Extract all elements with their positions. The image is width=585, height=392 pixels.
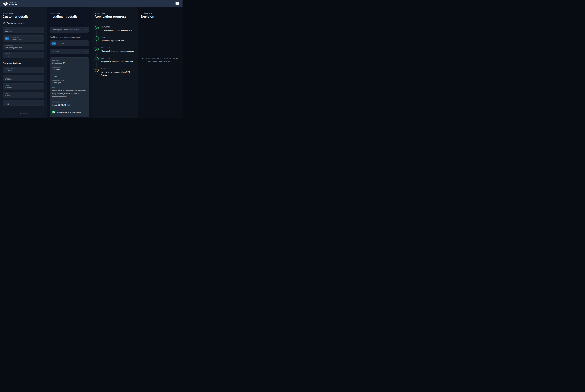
downpayment-question: Would you like to add a downpayment? bbox=[50, 36, 89, 38]
step-status: IN PROCESS bbox=[100, 68, 135, 70]
building-name-field[interactable]: Building name/ No. 452455442 bbox=[2, 67, 44, 73]
province-value: DT4535533 bbox=[4, 86, 42, 88]
email-field[interactable]: Email address Cartikasari@gmail.com bbox=[2, 44, 44, 50]
step-text: Prospect has completed their application bbox=[100, 60, 136, 63]
company-address-heading: Company Address bbox=[2, 62, 44, 64]
phone-number-field[interactable]: +62 Phone number 082146123355 bbox=[2, 36, 44, 42]
postcode-value: 80711 bbox=[4, 103, 42, 105]
downpayment-amount-value: 12.200.000 bbox=[58, 42, 67, 44]
section-3-eyebrow: Section 3 of 4 bbox=[94, 12, 135, 14]
whatsapp-icon bbox=[52, 110, 55, 114]
currency-badge: IDR bbox=[51, 42, 56, 45]
section-decision: Section 4 of 4 Decision Details within t… bbox=[138, 7, 182, 118]
progress-timeline: COMPLETED Personal details entered and a… bbox=[94, 26, 135, 76]
in-process-circle-icon bbox=[94, 68, 99, 72]
down-payment-label: DOWN PAYMENT bbox=[52, 80, 86, 82]
check-circle-icon bbox=[94, 26, 99, 30]
avatar[interactable] bbox=[3, 1, 8, 6]
step-text: Whatsapp link has been sent to customer bbox=[100, 50, 136, 52]
checkbox-checked-icon[interactable] bbox=[2, 22, 5, 24]
step-status: COMPLETED bbox=[100, 26, 135, 28]
section-installment-details: Section 2 of 4 Installment details Clear… bbox=[47, 7, 92, 118]
repayable-label: REPAYABLE bbox=[52, 60, 86, 61]
product-dropdown[interactable]: Clear Aligner, Clear Correct Invisibl... bbox=[50, 27, 89, 32]
progress-step: COMPLETED Personal details entered and a… bbox=[94, 26, 135, 36]
installments-label: INSTALLMENTS bbox=[52, 66, 86, 68]
region-value: DT4535533 bbox=[4, 95, 42, 97]
section-application-progress: Section 3 of 4 Application progress COMP… bbox=[92, 7, 138, 118]
whatsapp-status-text: Whatsapp link sent successfully! bbox=[57, 111, 81, 113]
section-2-eyebrow: Section 2 of 4 bbox=[50, 12, 89, 14]
npwp-id-field[interactable]: NPWP ID 4164644 bbox=[2, 52, 44, 58]
legal-name-value: Cartika Sari bbox=[4, 30, 42, 32]
street-name-field[interactable]: Street name DT4535533 bbox=[2, 75, 44, 81]
term-dropdown-value: 6 months bbox=[52, 51, 84, 53]
product-dropdown-value: Clear Aligner, Clear Correct Invisibl... bbox=[52, 29, 84, 31]
street-name-value: DT4535533 bbox=[4, 78, 42, 80]
phone-label: Phone number bbox=[11, 36, 22, 38]
step-text: Personal details entered and approved bbox=[100, 29, 136, 32]
npwp-label: NPWP ID bbox=[4, 53, 42, 55]
apr-value: 1.5% bbox=[52, 75, 86, 78]
street-name-label: Street name bbox=[4, 76, 42, 78]
postcode-label: Postcode bbox=[4, 101, 42, 102]
phone-value: 082146123355 bbox=[11, 38, 22, 40]
section-3-title: Application progress bbox=[94, 15, 135, 18]
top-bar: Logged in as: Rafika Sari bbox=[0, 0, 182, 7]
province-label: Province bbox=[4, 84, 42, 86]
building-name-label: Building name/ No. bbox=[4, 68, 42, 69]
progress-step: COMPLETED Loan details agreed with user bbox=[94, 36, 135, 47]
section-1-eyebrow: Section 1 of 4 bbox=[2, 12, 44, 14]
postcode-field[interactable]: Postcode 80711 bbox=[2, 100, 44, 106]
repayable-value: 13.200.000 IDR bbox=[52, 62, 86, 64]
legal-name-label: Legal name bbox=[4, 28, 42, 30]
email-label: Email address bbox=[4, 45, 42, 46]
step-status: COMPLETED bbox=[100, 36, 135, 38]
section-customer-details: Section 1 of 4 Customer details This is … bbox=[0, 7, 46, 118]
new-customer-label: This is a new customer bbox=[6, 22, 25, 24]
progress-step: COMPLETED Prospect has completed their a… bbox=[94, 57, 135, 68]
npwp-value: 4164644 bbox=[4, 55, 42, 57]
edit-details-button[interactable]: Edit details bbox=[2, 110, 44, 117]
section-4-eyebrow: Section 4 of 4 bbox=[141, 12, 180, 14]
user-name: Rafika Sari bbox=[9, 4, 18, 6]
province-field[interactable]: Province DT4535533 bbox=[2, 84, 44, 90]
building-name-value: 452455442 bbox=[4, 70, 42, 72]
downpayment-amount-field[interactable]: IDR 12.200.000 bbox=[50, 40, 89, 46]
check-circle-icon bbox=[94, 36, 99, 40]
installments-value: 3 months bbox=[52, 68, 86, 71]
total-loan-value: 12.200.000 IDR bbox=[52, 104, 86, 106]
apr-label: APR bbox=[52, 73, 86, 75]
new-customer-checkbox-row[interactable]: This is a new customer bbox=[2, 22, 44, 24]
term-dropdown[interactable]: 6 months bbox=[50, 49, 89, 54]
check-circle-icon bbox=[94, 47, 99, 51]
region-field[interactable]: Region DT4535533 bbox=[2, 92, 44, 98]
logged-in-label: Logged in as: bbox=[9, 2, 18, 3]
mdr-label: MDR bbox=[52, 87, 86, 88]
step-status: COMPLETED bbox=[100, 47, 135, 49]
chevron-down-icon bbox=[86, 50, 87, 53]
decision-placeholder-text: Details within this section once the use… bbox=[141, 57, 180, 63]
step-text: Now waiting on a decision from XYZ Finan… bbox=[100, 70, 136, 76]
progress-step-in-process: IN PROCESS Now waiting on a decision fro… bbox=[94, 68, 135, 76]
legal-name-field[interactable]: Legal name Cartika Sari bbox=[2, 27, 44, 33]
check-circle-icon bbox=[94, 57, 99, 62]
hamburger-menu-icon[interactable] bbox=[176, 2, 179, 5]
whatsapp-status-row: Whatsapp link sent successfully! bbox=[52, 110, 86, 114]
step-status: COMPLETED bbox=[100, 57, 135, 59]
progress-step: COMPLETED Whatsapp link has been sent to… bbox=[94, 47, 135, 57]
loan-summary-card: REPAYABLE 13.200.000 IDR INSTALLMENTS 3 … bbox=[50, 58, 89, 117]
section-4-title: Decision bbox=[141, 15, 180, 18]
mdr-description: Lorem ipsum are and are 5% which equates… bbox=[52, 89, 86, 98]
down-payment-value: 1.000.000 bbox=[52, 82, 86, 84]
total-loan-label: TOTAL LOAN AMOUNT bbox=[52, 101, 86, 103]
chevron-down-icon bbox=[86, 28, 87, 31]
section-1-title: Customer details bbox=[2, 15, 44, 18]
country-code-badge[interactable]: +62 bbox=[4, 37, 10, 40]
region-label: Region bbox=[4, 93, 42, 94]
step-text: Loan details agreed with user bbox=[100, 39, 136, 42]
section-2-title: Installment details bbox=[50, 15, 89, 18]
email-value: Cartikasari@gmail.com bbox=[4, 47, 42, 49]
